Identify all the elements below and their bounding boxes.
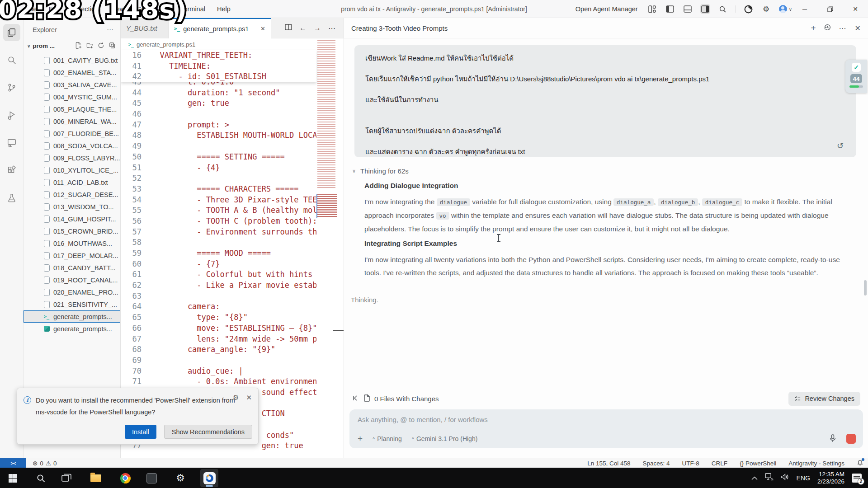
notification-center-icon[interactable]: 2	[852, 474, 862, 483]
network-icon[interactable]	[765, 473, 774, 483]
new-chat-icon[interactable]: +	[811, 23, 816, 33]
file-row[interactable]: 003_SALIVA_CAVE...	[24, 79, 120, 91]
start-button[interactable]	[4, 469, 22, 487]
toggle-primary-sidebar-icon[interactable]	[665, 4, 675, 14]
file-explorer-icon[interactable]	[87, 469, 105, 487]
show-recommendations-button[interactable]: Show Recommendations	[164, 425, 252, 439]
new-file-icon[interactable]	[75, 42, 82, 50]
file-row[interactable]: 006_MINERAL_WA...	[24, 115, 120, 127]
file-row[interactable]: 005_PLAQUE_THE...	[24, 103, 120, 115]
tab-close-icon[interactable]: ✕	[260, 25, 265, 32]
review-changes-button[interactable]: Review Changes	[788, 392, 860, 406]
stop-generation-button[interactable]	[846, 434, 856, 444]
explorer-more-actions-icon[interactable]: ⋯	[107, 26, 114, 34]
remote-indicator[interactable]: ><	[0, 458, 26, 468]
install-button[interactable]: Install	[125, 425, 156, 439]
new-folder-icon[interactable]	[86, 42, 93, 50]
taskbar-clock[interactable]: 12:35 AM 2/23/2026	[817, 471, 844, 485]
file-row[interactable]: 020_ENAMEL_PRO...	[24, 286, 120, 298]
chrome-icon[interactable]	[116, 469, 134, 487]
run-debug-icon[interactable]	[3, 107, 20, 124]
language-mode[interactable]: {} PowerShell	[740, 460, 776, 467]
editor-sash-handle[interactable]	[333, 330, 344, 331]
file-row[interactable]: 007_FLUORIDE_BE...	[24, 127, 120, 140]
history-icon[interactable]	[824, 23, 831, 33]
taskbar-search-icon[interactable]	[32, 469, 50, 487]
encoding[interactable]: UTF-8	[682, 460, 699, 467]
file-row[interactable]: 004_MYSTIC_GUM...	[24, 91, 120, 103]
task-view-icon[interactable]	[57, 469, 75, 487]
volume-icon[interactable]	[781, 473, 789, 483]
file-row[interactable]: 015_CROWN_BRID...	[24, 225, 120, 237]
microphone-icon[interactable]	[829, 434, 836, 444]
file-row[interactable]: 017_DEEP_MOLAR...	[24, 249, 120, 262]
minimap[interactable]	[316, 38, 340, 233]
attach-plus-icon[interactable]: +	[358, 434, 363, 444]
file-row[interactable]: 019_ROOT_CANAL...	[24, 274, 120, 286]
notifications-bell-icon[interactable]	[857, 459, 863, 467]
file-row[interactable]: 013_WISDOM_TO...	[24, 201, 120, 213]
antigravity-logo-icon[interactable]	[744, 4, 754, 14]
settings-app-icon[interactable]: ⚙	[171, 469, 189, 487]
close-button[interactable]: ✕	[843, 0, 868, 18]
cursor-position[interactable]: Ln 155, Col 458	[587, 460, 630, 467]
file-row[interactable]: 010_XYLITOL_ICE_...	[24, 164, 120, 176]
sticky-scroll[interactable]: 16 VARIANT_THREE_TEETH: 41 TIMELINE: 42 …	[121, 50, 316, 82]
explorer-icon[interactable]	[3, 24, 20, 41]
file-row[interactable]: 001_CAVITY_BUG.txt	[24, 54, 120, 66]
extensions-icon[interactable]	[3, 162, 20, 179]
refresh-icon[interactable]	[98, 42, 104, 50]
dark-app-icon[interactable]	[142, 469, 160, 487]
breadcrumb[interactable]: >_ generate_prompts.ps1	[121, 38, 344, 50]
file-row[interactable]: 008_SODA_VOLCA...	[24, 140, 120, 152]
collapse-all-icon[interactable]	[109, 42, 116, 50]
problems-indicator[interactable]: ⊗ 0 ⚠ 0	[33, 458, 57, 468]
customize-layout-icon[interactable]	[647, 4, 657, 14]
collapse-left-icon[interactable]	[352, 394, 359, 403]
restore-button[interactable]	[817, 0, 843, 18]
file-row[interactable]: generate_prompts...	[24, 323, 120, 335]
chat-close-icon[interactable]: ✕	[855, 24, 861, 33]
antigravity-app-icon[interactable]	[200, 469, 218, 487]
model-selector[interactable]: ^Gemini 3.1 Pro (High)	[412, 435, 478, 442]
search-sidebar-icon[interactable]	[3, 52, 20, 69]
file-row[interactable]: 002_ENAMEL_STA...	[24, 66, 120, 79]
file-row[interactable]: 009_FLOSS_LABYR...	[24, 152, 120, 164]
navigate-forward-icon[interactable]: →	[314, 24, 321, 32]
notification-settings-gear-icon[interactable]: ⚙	[233, 394, 239, 402]
settings-gear-icon[interactable]: ⚙	[761, 4, 771, 14]
remote-explorer-icon[interactable]	[3, 134, 20, 151]
toggle-secondary-sidebar-icon[interactable]	[700, 4, 710, 14]
undo-message-icon[interactable]: ↺	[837, 141, 844, 151]
eol-sequence[interactable]: CRLF	[712, 460, 727, 467]
navigate-back-icon[interactable]: ←	[299, 24, 307, 32]
agent-steps-widget[interactable]: ✓ 44	[845, 60, 867, 93]
explorer-folder-section[interactable]: ∨ prom ...	[24, 40, 120, 52]
file-row[interactable]: 016_MOUTHWAS...	[24, 237, 120, 249]
split-editor-icon[interactable]	[285, 23, 292, 33]
chat-scrollbar[interactable]	[864, 280, 867, 296]
file-row[interactable]: 018_CANDY_BATT...	[24, 262, 120, 274]
editor-more-actions-icon[interactable]: ⋯	[328, 24, 336, 33]
source-control-icon[interactable]	[3, 79, 20, 96]
open-agent-manager-button[interactable]: Open Agent Manager	[576, 5, 638, 13]
notification-close-icon[interactable]: ✕	[246, 394, 252, 402]
minimize-button[interactable]: ─	[792, 0, 817, 18]
file-row[interactable]: 021_SENSITIVITY_...	[24, 298, 120, 310]
menu-help[interactable]: Help	[217, 5, 231, 13]
testing-flask-icon[interactable]	[3, 189, 20, 206]
indentation[interactable]: Spaces: 4	[643, 460, 670, 467]
chat-more-icon[interactable]: ⋯	[839, 24, 847, 33]
file-row[interactable]: generate_prompts...	[24, 310, 120, 323]
toggle-panel-icon[interactable]	[683, 4, 693, 14]
thinking-toggle[interactable]: ∨ Thinking for 62s	[352, 167, 409, 175]
input-language[interactable]: ENG	[797, 474, 810, 482]
file-row[interactable]: 012_SUGAR_DESE...	[24, 188, 120, 201]
planning-selector[interactable]: ^Planning	[373, 435, 402, 442]
chat-input[interactable]	[358, 416, 855, 423]
settings-sync[interactable]: Antigravity - Settings	[788, 460, 844, 467]
account-menu[interactable]: ∨	[779, 5, 792, 13]
file-row[interactable]: 011_ACID_LAB.txt	[24, 176, 120, 188]
search-icon[interactable]	[718, 4, 728, 14]
tray-chevron-up-icon[interactable]	[751, 474, 758, 482]
